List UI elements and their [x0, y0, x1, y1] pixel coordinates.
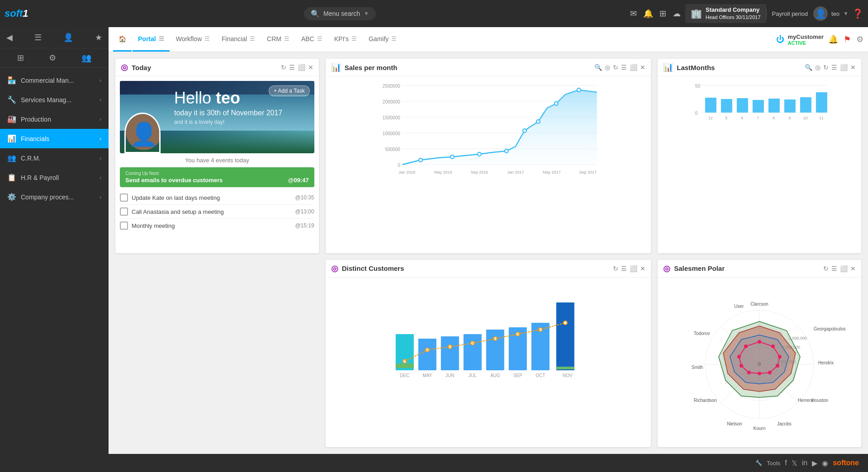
task-checkbox-1[interactable] [120, 194, 128, 202]
maximize-icon[interactable]: ⬜ [840, 265, 848, 272]
sidebar-gear-icon[interactable]: ⚙ [49, 53, 56, 63]
tab-abc[interactable]: ABC ☰ [296, 27, 328, 52]
maximize-icon[interactable]: ⬜ [630, 265, 637, 272]
sidebar-back-icon[interactable]: ◀ [5, 31, 14, 44]
maximize-icon[interactable]: ⬜ [630, 64, 637, 71]
tab-kpis[interactable]: KPI's ☰ [329, 27, 362, 52]
polar-chart: 1,000,000 2,000,000 3,000,000 0 Clarcson… [662, 290, 857, 434]
refresh-icon[interactable]: ↻ [613, 64, 618, 71]
tab-gamify[interactable]: Gamify ☰ [363, 27, 402, 52]
sales-widget: 📊 Sales per month 🔍 ◎ ↻ ☰ ⬜ ✕ 2500000 20… [326, 59, 651, 253]
close-icon[interactable]: ✕ [640, 265, 645, 272]
youtube-icon[interactable]: ▶ [812, 459, 817, 467]
refresh-icon[interactable]: ↻ [823, 265, 829, 272]
task-time-2: @13:00 [295, 208, 314, 215]
tools-label[interactable]: Tools [767, 460, 780, 467]
svg-text:OCT: OCT [536, 373, 545, 378]
tab-financial[interactable]: Financial ☰ [216, 27, 261, 52]
task-checkbox-3[interactable] [120, 222, 128, 230]
menu-icon[interactable]: ☰ [831, 265, 837, 272]
coming-up-label: Coming Up Next: [125, 171, 309, 176]
workflow-label: Workflow [176, 35, 202, 42]
maximize-icon[interactable]: ⬜ [298, 64, 305, 71]
sidebar-item-label: Financials [21, 135, 49, 142]
sidebar-menu-icon[interactable]: ☰ [33, 31, 43, 44]
add-task-button[interactable]: + Add a Task [269, 85, 310, 96]
tab-workflow[interactable]: Workflow ☰ [171, 27, 215, 52]
svg-text:JUL: JUL [469, 373, 477, 378]
svg-text:9: 9 [789, 116, 791, 120]
sidebar-item-financials[interactable]: 📊 Financials › [0, 129, 109, 148]
dashboard: ◎ Today ↻ ☰ ⬜ ✕ [109, 52, 868, 472]
today-hero-text: Hello teo today it is 30th of November 2… [174, 90, 282, 125]
flickr-icon[interactable]: ◉ [822, 459, 828, 467]
cloud-icon[interactable]: ☁ [673, 9, 681, 19]
svg-text:Jan 2017: Jan 2017 [507, 170, 524, 175]
menu-icon[interactable]: ☰ [289, 64, 295, 71]
notification-bell-icon[interactable]: 🔔 [828, 34, 838, 44]
sidebar-item-services[interactable]: 🔧 Services Manag... › [0, 90, 109, 109]
tab-portal[interactable]: Portal ☰ [133, 27, 170, 52]
sidebar-people-icon[interactable]: 👥 [81, 53, 91, 63]
tab-home[interactable]: 🏠 [113, 27, 132, 52]
sidebar-item-hr[interactable]: 📋 H.R & Payroll › [0, 168, 109, 187]
menu-icon[interactable]: ☰ [621, 64, 627, 71]
svg-text:1,000,000: 1,000,000 [778, 359, 796, 364]
sidebar-item-commercial[interactable]: 🏪 Commercial Man... › [0, 71, 109, 90]
warning-icon[interactable]: ⚑ [844, 34, 851, 44]
sidebar-grid-icon[interactable]: ⊞ [17, 53, 24, 63]
target-icon[interactable]: ◎ [815, 64, 821, 71]
bell-icon[interactable]: 🔔 [643, 9, 653, 19]
refresh-icon[interactable]: ↻ [613, 265, 618, 272]
svg-text:2,000,000: 2,000,000 [782, 345, 800, 349]
sidebar-item-label: Company proces... [21, 194, 74, 201]
twitter-icon[interactable]: 𝕏 [792, 459, 797, 467]
tabs-right-icons: 🔔 ⚑ ⚙ [828, 34, 863, 44]
target-icon[interactable]: ◎ [605, 64, 610, 71]
task-checkbox-2[interactable] [120, 208, 128, 216]
help-icon[interactable]: ❓ [852, 8, 863, 19]
svg-text:Hendrix: Hendrix [818, 360, 834, 365]
sidebar-user-icon[interactable]: 👤 [62, 31, 75, 44]
settings-icon[interactable]: ⚙ [856, 34, 863, 44]
svg-text:6: 6 [741, 116, 744, 120]
user-info[interactable]: 👤 teo ▼ [813, 6, 849, 21]
svg-rect-58 [486, 330, 504, 370]
svg-rect-55 [418, 339, 436, 370]
maximize-icon[interactable]: ⬜ [840, 64, 848, 71]
close-icon[interactable]: ✕ [640, 64, 645, 71]
refresh-icon[interactable]: ↻ [281, 64, 286, 71]
distinct-chart: DEC MAY JUN JUL AUG SEP OCT NOV [328, 280, 649, 379]
mycustomer-status: ACTIVE [788, 40, 824, 46]
search-icon[interactable]: 🔍 [594, 64, 602, 71]
tab-crm[interactable]: CRM ☰ [261, 27, 295, 52]
close-icon[interactable]: ✕ [850, 265, 856, 272]
lastmonths-body: 50 0 12 5 6 7 [658, 76, 861, 253]
sidebar-item-crm[interactable]: 👥 C.R.M. › [0, 148, 109, 168]
sidebar-item-company[interactable]: ⚙️ Company proces... › [0, 187, 109, 207]
mycustomer-badge[interactable]: ⏻ myCustomer ACTIVE [776, 33, 824, 46]
linkedin-icon[interactable]: in [802, 459, 807, 467]
menu-search[interactable]: 🔍 Menu search ▼ [304, 7, 376, 20]
polar-body: 1,000,000 2,000,000 3,000,000 0 Clarcson… [658, 278, 861, 448]
company-info[interactable]: 🏢 Standard Company Head Offices 30/11/20… [685, 4, 766, 23]
sidebar-star-icon[interactable]: ★ [93, 31, 104, 44]
menu-icon[interactable]: ☰ [621, 265, 627, 272]
menu-icon[interactable]: ☰ [831, 64, 837, 71]
search-icon[interactable]: 🔍 [805, 64, 812, 71]
refresh-icon[interactable]: ↻ [823, 64, 829, 71]
softone-logo: softone [833, 459, 859, 467]
svg-text:2500000: 2500000 [383, 84, 400, 89]
facebook-icon[interactable]: f [785, 459, 787, 467]
close-icon[interactable]: ✕ [308, 64, 313, 71]
distinct-controls: ↻ ☰ ⬜ ✕ [613, 265, 645, 272]
task-time-1: @10:35 [295, 194, 314, 201]
email-icon[interactable]: ✉ [630, 9, 637, 19]
today-user: teo [216, 89, 240, 107]
task-item-2: Call Anastasia and setup a meeting @13:0… [120, 205, 314, 219]
close-icon[interactable]: ✕ [850, 64, 856, 71]
chevron-icon: › [100, 136, 101, 142]
sidebar-item-production[interactable]: 🏭 Production › [0, 109, 109, 129]
apps-icon[interactable]: ⊞ [659, 9, 666, 19]
svg-text:1500000: 1500000 [383, 115, 400, 120]
